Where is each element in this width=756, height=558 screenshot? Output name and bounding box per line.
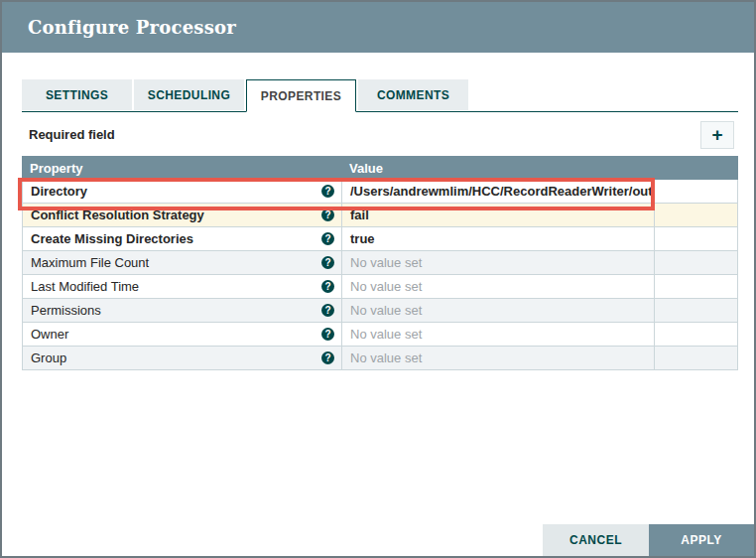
add-property-button[interactable]: + [700, 121, 734, 149]
property-value[interactable]: /Users/andrewmlim/HCC/RecordReaderWriter… [350, 184, 655, 199]
property-name: Owner [31, 327, 68, 342]
property-value[interactable]: No value set [350, 279, 422, 294]
help-icon[interactable]: ? [321, 209, 334, 221]
required-field-label: Required field [29, 127, 115, 142]
tab-bar: SETTINGS SCHEDULING PROPERTIES COMMENTS [22, 79, 738, 112]
table-row-create-missing-directories[interactable]: Create Missing Directories ? true [23, 227, 737, 251]
plus-icon: + [711, 125, 722, 144]
row-extra-cell [655, 227, 737, 250]
property-value[interactable]: true [350, 231, 375, 246]
help-icon[interactable]: ? [321, 185, 334, 198]
table-row-last-modified-time[interactable]: Last Modified Time ? No value set [23, 275, 737, 299]
property-value[interactable]: fail [350, 208, 369, 222]
table-row-group[interactable]: Group ? No value set [23, 347, 737, 369]
cancel-button[interactable]: CANCEL [543, 524, 649, 556]
property-name: Maximum File Count [31, 255, 149, 270]
column-header-value: Value [341, 156, 654, 180]
tab-settings[interactable]: SETTINGS [22, 79, 132, 110]
row-extra-cell [655, 323, 737, 346]
dialog-title: Configure Processor [28, 17, 236, 38]
property-value[interactable]: No value set [350, 327, 422, 342]
tab-properties[interactable]: PROPERTIES [246, 79, 356, 112]
table-header-row: Property Value [22, 156, 738, 180]
column-header-property: Property [22, 156, 341, 180]
table-row-maximum-file-count[interactable]: Maximum File Count ? No value set [23, 251, 737, 275]
table-row-permissions[interactable]: Permissions ? No value set [23, 299, 737, 323]
table-row-directory[interactable]: Directory ? /Users/andrewmlim/HCC/Record… [23, 180, 737, 204]
row-extra-cell [655, 204, 737, 226]
row-extra-cell [655, 299, 737, 322]
help-icon[interactable]: ? [321, 280, 334, 293]
help-icon[interactable]: ? [321, 304, 334, 317]
help-icon[interactable]: ? [321, 256, 334, 269]
property-name: Permissions [31, 303, 101, 318]
apply-button[interactable]: APPLY [649, 524, 754, 556]
column-header-extra [654, 156, 738, 180]
properties-table: Property Value Directory ? /Users/andrew… [22, 157, 738, 370]
help-icon[interactable]: ? [321, 351, 334, 364]
tab-comments[interactable]: COMMENTS [358, 79, 468, 110]
table-body: Directory ? /Users/andrewmlim/HCC/Record… [23, 180, 737, 369]
help-icon[interactable]: ? [321, 328, 334, 341]
property-value[interactable]: No value set [350, 350, 422, 365]
configure-processor-dialog: Configure Processor SETTINGS SCHEDULING … [0, 0, 756, 558]
row-extra-cell [655, 251, 737, 274]
table-toolbar: Required field + [22, 119, 738, 151]
row-extra-cell [655, 180, 737, 203]
table-row-owner[interactable]: Owner ? No value set [23, 323, 737, 347]
property-name: Group [31, 350, 66, 365]
help-icon[interactable]: ? [321, 232, 334, 245]
property-value[interactable]: No value set [350, 303, 422, 318]
property-name: Conflict Resolution Strategy [31, 208, 204, 222]
property-value[interactable]: No value set [350, 255, 422, 270]
property-name: Create Missing Directories [31, 231, 193, 246]
dialog-header: Configure Processor [2, 2, 754, 53]
row-extra-cell [655, 275, 737, 298]
row-extra-cell [655, 347, 737, 369]
table-row-conflict-resolution-strategy[interactable]: Conflict Resolution Strategy ? fail [23, 204, 737, 227]
property-name: Last Modified Time [31, 279, 139, 294]
property-name: Directory [31, 184, 87, 199]
tab-scheduling[interactable]: SCHEDULING [134, 79, 244, 110]
